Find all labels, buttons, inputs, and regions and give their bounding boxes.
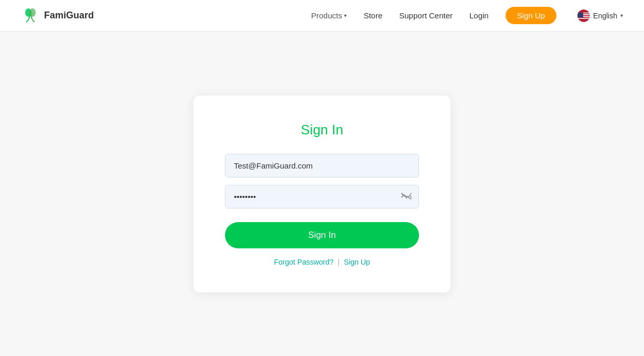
svg-rect-6 bbox=[577, 18, 590, 19]
nav-store[interactable]: Store bbox=[363, 11, 382, 20]
nav-products[interactable]: Products ▾ bbox=[311, 11, 347, 20]
logo[interactable]: FamiGuard bbox=[21, 6, 94, 25]
language-chevron-icon: ▾ bbox=[620, 13, 623, 18]
logo-text: FamiGuard bbox=[44, 10, 94, 21]
signin-card: Sign In Sign I bbox=[194, 96, 450, 292]
eye-slash-icon bbox=[401, 193, 412, 200]
header: FamiGuard Products ▾ Store Support Cente… bbox=[0, 0, 644, 32]
signin-title: Sign In bbox=[301, 122, 344, 138]
login-button[interactable]: Login bbox=[469, 11, 489, 20]
svg-rect-7 bbox=[577, 13, 583, 18]
language-label: English bbox=[593, 12, 617, 20]
nav-support[interactable]: Support Center bbox=[399, 11, 453, 20]
toggle-password-button[interactable] bbox=[401, 193, 412, 200]
links-divider: | bbox=[338, 258, 340, 266]
email-input[interactable] bbox=[225, 154, 419, 177]
password-wrapper bbox=[225, 185, 419, 208]
email-field-group bbox=[225, 154, 419, 177]
forgot-password-link[interactable]: Forgot Password? bbox=[274, 258, 334, 266]
language-selector[interactable]: English ▾ bbox=[577, 9, 623, 22]
signup-link[interactable]: Sign Up bbox=[344, 258, 370, 266]
signin-submit-button[interactable]: Sign In bbox=[225, 222, 419, 248]
password-input[interactable] bbox=[225, 185, 419, 208]
main-content: Sign In Sign I bbox=[0, 32, 644, 356]
flag-icon bbox=[577, 9, 590, 22]
nav: Products ▾ Store Support Center Login Si… bbox=[311, 7, 623, 24]
logo-icon bbox=[21, 6, 40, 25]
password-field-group bbox=[225, 185, 419, 208]
links-row: Forgot Password? | Sign Up bbox=[274, 258, 370, 266]
chevron-down-icon: ▾ bbox=[344, 13, 347, 18]
signup-button[interactable]: Sign Up bbox=[506, 7, 556, 24]
